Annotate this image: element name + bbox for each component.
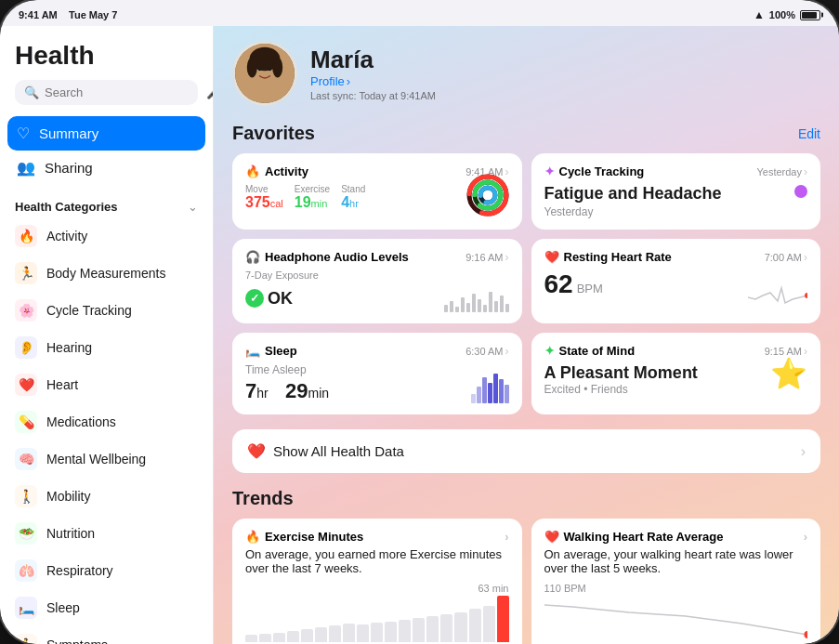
headphone-bars-chart [444,284,509,312]
stand-stat: Stand 4hr [341,184,365,211]
body-icon: 🏃 [15,262,37,284]
stand-label: Stand [341,184,365,194]
sleep-chevron: › [505,345,509,358]
bar-10 [494,301,498,312]
svg-point-5 [272,58,282,78]
cycle-icon: 🌸 [15,299,37,322]
cycle-time: Yesterday › [756,165,807,178]
category-item-heart[interactable]: ❤️ Heart [0,366,213,403]
cycle-tracking-card[interactable]: ✦ Cycle Tracking Yesterday › Fatigue and… [531,153,821,230]
trends-title: Trends [232,488,294,509]
heart-time-val: 7:00 AM [765,252,802,263]
state-of-mind-card[interactable]: ✦ State of Mind 9:15 AM › A Pleasant Mom… [531,333,821,414]
categories-section-header: Health Categories ⌄ [0,189,213,217]
profile-link[interactable]: Profile › [310,74,436,88]
exercise-stat: Exercise 19min [295,184,330,211]
mood-sub: Excited • Friends [544,383,808,396]
status-icons: ▲ 100% [754,8,820,21]
exposure-label: 7-Day Exposure [245,269,509,281]
heart-title-text: Resting Heart Rate [564,250,672,264]
edit-link[interactable]: Edit [798,126,820,141]
categories-list: 🔥 Activity 🏃 Body Measurements 🌸 Cycle T… [0,217,213,644]
avatar [232,41,297,106]
walking-heart-trend-card[interactable]: ❤️ Walking Heart Rate Average › On avera… [531,519,821,644]
heart-label: Heart [46,377,78,392]
show-all-card[interactable]: ❤️ Show All Health Data › [232,429,820,473]
favorites-header: Favorites Edit [232,123,820,144]
sidebar-nav: ♡ Summary 👥 Sharing [0,112,213,189]
heart-icon: ❤️ [15,374,37,396]
heart-card-title: ❤️ Resting Heart Rate [544,250,672,264]
category-item-mobility[interactable]: 🚶 Mobility [0,478,213,515]
sleep-card[interactable]: 🛏️ Sleep 6:30 AM › Time Asleep 7hr [232,333,522,414]
device-frame: 9:41 AM Tue May 7 ▲ 100% Health 🔍 [0,0,839,644]
category-item-cycle[interactable]: 🌸 Cycle Tracking [0,292,213,329]
walking-top-label: 110 BPM [544,583,808,594]
bar-11 [500,296,504,312]
walking-heart-trend-title: ❤️ Walking Heart Rate Average › [544,530,808,544]
move-num: 375 [245,194,270,210]
sleep-hours: 7 [245,379,256,402]
cycle-card-icon: ✦ [544,164,555,178]
exercise-trend-icon: 🔥 [245,530,260,544]
medications-icon: 💊 [15,411,37,433]
bar-5 [466,303,470,312]
sleep-value: 7hr 29min [245,379,509,403]
heart-rate-mini-chart [748,279,807,312]
category-item-respiratory[interactable]: 🫁 Respiratory [0,552,213,589]
cycle-symptom: Fatigue and Headache [544,184,808,204]
trends-grid: 🔥 Exercise Minutes › On average, you ear… [232,519,820,644]
summary-label: Summary [39,125,98,141]
profile-link-text: Profile [310,74,345,88]
exercise-trend-title-text: Exercise Minutes [265,530,363,544]
category-item-hearing[interactable]: 👂 Hearing [0,329,213,366]
headphone-card[interactable]: 🎧 Headphone Audio Levels 9:16 AM › 7-Day… [232,239,522,323]
battery-icon [800,10,820,20]
category-item-mental[interactable]: 🧠 Mental Wellbeing [0,440,213,478]
mind-time-val: 9:15 AM [765,346,802,357]
mind-card-icon: ✦ [544,344,555,358]
sleep-icon: 🛏️ [15,597,37,619]
resting-heart-card[interactable]: ❤️ Resting Heart Rate 7:00 AM › 62 BPM [531,239,821,323]
sidebar-item-sharing[interactable]: 👥 Sharing [7,151,205,185]
headphone-card-title: 🎧 Headphone Audio Levels [245,250,409,264]
exercise-trend-card[interactable]: 🔥 Exercise Minutes › On average, you ear… [232,519,522,644]
sleep-card-header: 🛏️ Sleep 6:30 AM › [245,344,509,358]
bpm-value: 62 [544,269,573,299]
battery-percent: 100% [769,9,795,20]
search-input[interactable] [45,85,201,99]
svg-point-15 [804,631,807,638]
cycle-chevron: › [804,165,807,178]
svg-point-6 [258,68,262,72]
mental-icon: 🧠 [15,448,37,470]
device-screen: 9:41 AM Tue May 7 ▲ 100% Health 🔍 [0,0,839,644]
activity-card[interactable]: 🔥 Activity 9:41 AM › Move [232,153,522,230]
show-all-text: Show All Health Data [273,443,793,459]
bar-6 [472,294,476,312]
categories-chevron[interactable]: ⌄ [188,200,198,214]
category-item-nutrition[interactable]: 🥗 Nutrition [0,515,213,552]
category-item-medications[interactable]: 💊 Medications [0,403,213,440]
status-bar: 9:41 AM Tue May 7 ▲ 100% [0,0,839,26]
hearing-icon: 👂 [15,336,37,359]
mic-icon[interactable]: 🎤 [206,85,214,99]
move-label: Move [245,184,283,194]
profile-section: María Profile › Last sync: Today at 9:41… [232,41,820,106]
category-item-symptoms[interactable]: 🚶 Symptoms [0,626,213,644]
headphone-title-text: Headphone Audio Levels [265,250,409,264]
sharing-label: Sharing [45,160,93,176]
sidebar-item-summary[interactable]: ♡ Summary [7,116,205,151]
sleep-card-icon: 🛏️ [245,344,260,358]
sleep-card-title: 🛏️ Sleep [245,344,297,358]
sleep-time: 6:30 AM › [465,345,508,358]
status-time: 9:41 AM Tue May 7 [19,9,117,20]
bar-7 [478,299,481,312]
search-bar[interactable]: 🔍 🎤 [15,80,198,105]
profile-info: María Profile › Last sync: Today at 9:41… [310,46,436,101]
category-item-activity[interactable]: 🔥 Activity [0,217,213,255]
category-item-sleep[interactable]: 🛏️ Sleep [0,589,213,626]
exercise-value: 19min [295,194,330,211]
cycle-card-title: ✦ Cycle Tracking [544,164,645,178]
mind-title-text: State of Mind [559,344,636,358]
category-item-body-measurements[interactable]: 🏃 Body Measurements [0,255,213,292]
